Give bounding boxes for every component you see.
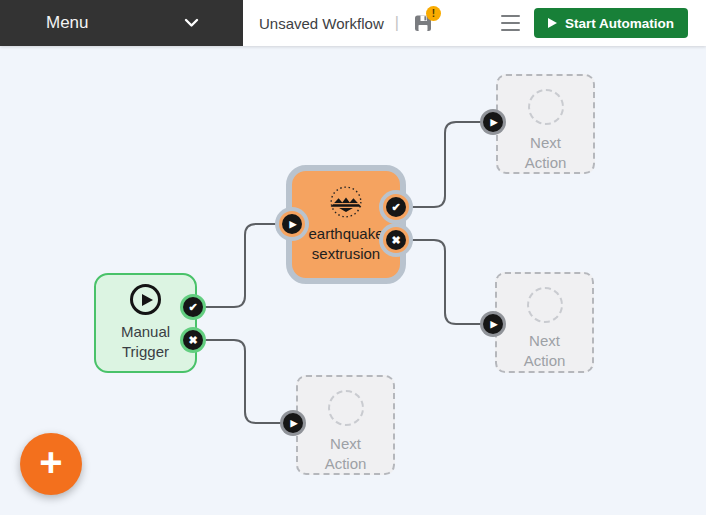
input-port[interactable]: ▶ (279, 211, 305, 237)
placeholder-circle-icon (527, 287, 563, 323)
cross-icon: ✖ (386, 230, 406, 250)
node-next-action-bottom[interactable]: Next Action ▶ (296, 375, 395, 475)
input-port[interactable]: ▶ (280, 410, 306, 436)
input-port[interactable]: ▶ (480, 109, 506, 135)
connection-action-failure (403, 240, 483, 324)
top-bar: Menu Unsaved Workflow | ! Start Automati… (0, 0, 706, 46)
chevron-down-icon (184, 18, 199, 28)
add-node-button[interactable]: + (20, 433, 82, 495)
menu-label: Menu (46, 13, 89, 33)
start-automation-label: Start Automation (565, 16, 674, 31)
failure-port[interactable]: ✖ (383, 227, 409, 253)
trigger-play-icon (130, 284, 161, 315)
play-icon: ▶ (283, 413, 303, 433)
workflow-title: Unsaved Workflow (259, 15, 384, 32)
title-separator: | (395, 14, 399, 32)
connection-trigger-success (199, 224, 288, 307)
success-port[interactable]: ✔ (383, 194, 409, 220)
failure-port[interactable]: ✖ (180, 327, 206, 353)
node-next-action-top[interactable]: Next Action ▶ (496, 74, 595, 174)
workflow-canvas[interactable]: Manual Trigger ✔ ✖ earthquake sextrusion… (0, 46, 706, 515)
cross-icon: ✖ (183, 330, 203, 350)
success-port[interactable]: ✔ (180, 294, 206, 320)
node-manual-trigger[interactable]: Manual Trigger ✔ ✖ (94, 273, 197, 373)
node-label: earthquake sextrusion (300, 224, 392, 264)
play-icon: ▶ (483, 112, 503, 132)
node-earthquake-sextrusion[interactable]: earthquake sextrusion ▶ ✔ ✖ (286, 165, 406, 284)
menu-dropdown[interactable]: Menu (0, 0, 243, 46)
hamburger-menu-icon[interactable] (499, 11, 522, 36)
node-next-action-middle[interactable]: Next Action ▶ (495, 272, 594, 373)
start-automation-button[interactable]: Start Automation (534, 8, 688, 38)
node-label: Next Action (516, 133, 576, 173)
node-label: Next Action (515, 331, 575, 371)
check-icon: ✔ (183, 297, 203, 317)
unsaved-badge: ! (426, 6, 441, 21)
plus-icon: + (39, 442, 62, 482)
fme-logo-icon (328, 185, 364, 221)
workflow-title-group: Unsaved Workflow | ! (259, 12, 434, 34)
connection-trigger-failure (199, 340, 283, 423)
connection-action-success (403, 122, 483, 207)
placeholder-circle-icon (328, 390, 364, 426)
play-icon (548, 18, 557, 28)
save-button[interactable]: ! (412, 12, 434, 34)
check-icon: ✔ (386, 197, 406, 217)
play-icon: ▶ (483, 314, 503, 334)
play-icon: ▶ (282, 214, 302, 234)
input-port[interactable]: ▶ (480, 311, 506, 337)
placeholder-circle-icon (528, 89, 564, 125)
node-label: Next Action (316, 434, 376, 474)
